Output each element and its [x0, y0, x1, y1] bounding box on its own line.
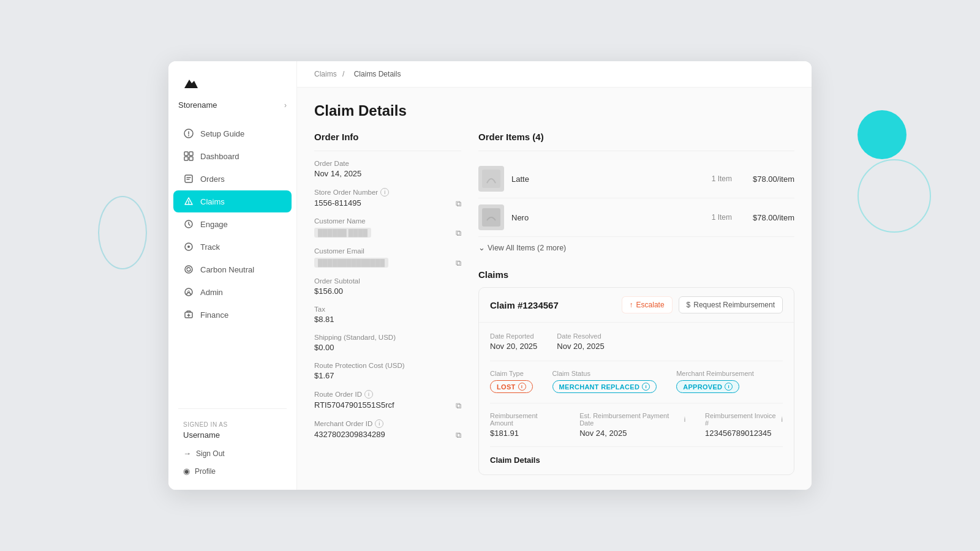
claim-body-divider-2	[490, 403, 783, 403]
sidebar-bottom: SIGNED IN AS Username → Sign Out ◉ Profi…	[168, 414, 296, 480]
claim-body-divider-3	[490, 446, 783, 447]
route-order-id-copy-button[interactable]: ⧉	[456, 401, 461, 411]
sidebar-item-finance[interactable]: Finance	[173, 304, 292, 326]
sign-out-label: Sign Out	[196, 449, 225, 458]
order-info-divider	[314, 151, 461, 151]
request-reimbursement-button[interactable]: $ Request Reimbursement	[679, 296, 783, 313]
sidebar-item-dashboard[interactable]: Dashboard	[173, 145, 292, 167]
sidebar-item-orders-label: Orders	[200, 174, 225, 184]
storename-row[interactable]: Storename ›	[168, 100, 296, 119]
breadcrumb-separator: /	[342, 70, 344, 78]
claim-type-info-icon[interactable]: i	[518, 383, 526, 391]
content-area: Claim Details Order Info Order Date Nov …	[297, 88, 812, 490]
merchant-reimbursement-badge-text: APPROVED	[683, 383, 722, 391]
storename-label: Storename	[178, 100, 217, 110]
bg-circle-accent	[858, 110, 907, 159]
sidebar-nav: Setup Guide Dashboard Orders Claims	[168, 119, 296, 403]
claim-card-header: Claim #1234567 ↑ Escalate $ Request Reim…	[479, 288, 794, 323]
profile-label: Profile	[195, 467, 216, 476]
claim-card-body: Date Reported Nov 20, 2025 Date Resolved…	[479, 323, 794, 474]
claim-actions: ↑ Escalate $ Request Reimbursement	[622, 296, 783, 313]
date-resolved-label: Date Resolved	[557, 332, 604, 340]
sidebar-item-admin[interactable]: Admin	[173, 281, 292, 303]
store-order-info-icon[interactable]: i	[380, 188, 389, 197]
customer-name-value: ██████ ████	[314, 228, 371, 238]
sidebar-item-track[interactable]: Track	[173, 236, 292, 258]
customer-name-copy-button[interactable]: ⧉	[456, 228, 461, 238]
breadcrumb-claims-link[interactable]: Claims	[314, 70, 337, 78]
table-row: Latte 1 Item $78.00/item	[478, 160, 794, 198]
reimbursement-amount-block: Reimbursement Amount $181.91	[490, 412, 560, 438]
merchant-reimbursement-info-icon[interactable]: i	[725, 383, 733, 391]
claim-status-label: Claim Status	[552, 370, 657, 377]
sidebar-item-claims-label: Claims	[200, 197, 225, 206]
route-order-info-icon[interactable]: i	[364, 390, 373, 399]
order-info-panel: Order Info Order Date Nov 14, 2025 Store…	[314, 132, 461, 475]
signed-in-label: SIGNED IN AS	[173, 419, 292, 429]
shipping-value: $0.00	[314, 343, 461, 352]
topbar: Claims / Claims Details	[297, 61, 812, 88]
order-subtotal-label: Order Subtotal	[314, 277, 461, 285]
chevron-down-icon: ⌄	[478, 243, 485, 252]
customer-name-row: Customer Name ██████ ████ ⧉	[314, 217, 461, 238]
sidebar-item-carbon-neutral[interactable]: Carbon Neutral	[173, 258, 292, 280]
store-order-copy-button[interactable]: ⧉	[456, 199, 461, 209]
tax-value: $8.81	[314, 315, 461, 324]
escalate-label: Escalate	[636, 301, 665, 309]
profile-button[interactable]: ◉ Profile	[173, 462, 292, 480]
sidebar-item-orders[interactable]: Orders	[173, 168, 292, 190]
tax-label: Tax	[314, 305, 461, 313]
merchant-order-info-icon[interactable]: i	[375, 419, 383, 428]
view-all-items-link[interactable]: ⌄ View All Items (2 more)	[478, 237, 794, 255]
item-image-latte	[478, 166, 504, 192]
store-order-number-label: Store Order Number i	[314, 188, 461, 197]
escalate-button[interactable]: ↑ Escalate	[622, 296, 673, 313]
route-order-id-row: Route Order ID i RTI57047901551S5rcf ⧉	[314, 390, 461, 410]
reimbursement-invoice-value: 123456789012345	[705, 429, 783, 438]
customer-email-copy-button[interactable]: ⧉	[456, 258, 461, 268]
svg-rect-1	[184, 152, 188, 156]
reimbursement-invoice-label: Reimbursement Invoice # i	[705, 412, 783, 427]
sidebar-item-setup-guide[interactable]: Setup Guide	[173, 122, 292, 144]
store-order-number-value: 1556-811495	[314, 198, 461, 208]
item-qty-latte: 1 Item	[695, 174, 732, 183]
customer-name-label: Customer Name	[314, 217, 461, 225]
svg-point-8	[185, 266, 192, 273]
merchant-order-id-copy-button[interactable]: ⧉	[456, 430, 461, 440]
customer-email-label: Customer Email	[314, 247, 461, 255]
sign-out-button[interactable]: → Sign Out	[173, 444, 292, 462]
route-protection-value: $1.67	[314, 371, 461, 380]
claim-card: Claim #1234567 ↑ Escalate $ Request Reim…	[478, 287, 794, 475]
reimbursement-details-row: Reimbursement Amount $181.91 Est. Reimbu…	[490, 412, 783, 438]
track-icon	[183, 241, 194, 252]
est-payment-date-info-icon[interactable]: i	[684, 416, 685, 423]
date-reported-value: Nov 20, 2025	[490, 342, 537, 351]
engage-icon	[183, 219, 194, 230]
route-order-id-value: RTI57047901551S5rcf	[314, 400, 461, 410]
reimbursement-invoice-info-icon[interactable]: i	[782, 416, 783, 423]
carbon-neutral-icon	[183, 264, 194, 275]
sidebar-item-claims[interactable]: Claims	[173, 190, 292, 212]
item-name-latte: Latte	[511, 174, 688, 184]
claim-type-label: Claim Type	[490, 370, 533, 377]
view-all-items-label: View All Items (2 more)	[488, 244, 566, 252]
page-title: Claim Details	[314, 102, 794, 119]
claim-status-info-icon[interactable]: i	[642, 383, 650, 391]
svg-rect-5	[185, 175, 192, 182]
claim-type-block: Claim Type LOST i	[490, 370, 533, 393]
est-payment-date-label: Est. Reimbursement Payment Date i	[579, 412, 685, 427]
sidebar-logo	[168, 61, 296, 100]
orders-icon	[183, 173, 194, 184]
claims-icon	[183, 196, 194, 207]
reimbursement-amount-label: Reimbursement Amount	[490, 412, 560, 427]
sidebar-item-engage[interactable]: Engage	[173, 213, 292, 235]
sidebar-divider	[178, 408, 287, 409]
order-items-title: Order Items (4)	[478, 132, 794, 142]
storename-chevron-icon: ›	[284, 101, 287, 110]
svg-rect-4	[189, 157, 193, 160]
claims-section: Claims Claim #1234567 ↑ Escalate	[478, 269, 794, 475]
claim-status-block: Claim Status MERCHANT REPLACED i	[552, 370, 657, 393]
tax-row: Tax $8.81	[314, 305, 461, 324]
sidebar-item-carbon-neutral-label: Carbon Neutral	[200, 265, 254, 274]
route-order-id-label: Route Order ID i	[314, 390, 461, 399]
